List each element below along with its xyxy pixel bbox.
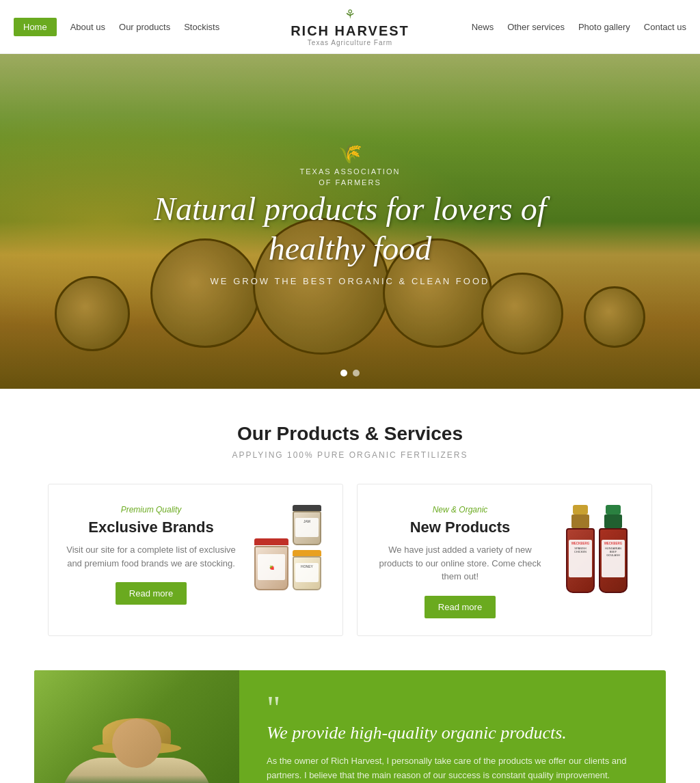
- hero-dot-1[interactable]: [340, 370, 347, 376]
- open-quote: ": [267, 694, 638, 722]
- hero-dot-2[interactable]: [353, 370, 360, 376]
- nav-other-services[interactable]: Other services: [507, 22, 565, 32]
- card1-read-more[interactable]: Read more: [116, 582, 187, 605]
- jar2-lid: [293, 505, 321, 511]
- bottle1-label: WECKBERG SPANISH CHICKEN: [569, 540, 592, 577]
- new-products-card: New & Organic New Products We have just …: [357, 484, 652, 636]
- bottle2-label: WECKBERG HUNGARIAN BEEF GOULASH: [602, 540, 625, 577]
- logo-tagline: Texas Agriculture Farm: [308, 39, 392, 46]
- logo-name: RICH HARVEST: [291, 23, 409, 39]
- hero-badge-line2: OF FARMERS: [111, 178, 589, 187]
- nav-links-right: News Other services Photo gallery Contac…: [472, 22, 686, 32]
- card1-content: Premium Quality Exclusive Brands Visit o…: [66, 505, 237, 605]
- navbar: Home About us Our products Stockists ⚘ R…: [0, 0, 700, 54]
- nav-links-left: Home About us Our products Stockists: [14, 18, 219, 36]
- card1-image: 🍓 JAM: [250, 505, 325, 590]
- card2-desc: We have just added a variety of new prod…: [375, 543, 546, 583]
- nav-contact[interactable]: Contact us: [644, 22, 686, 32]
- card1-badge: Premium Quality: [66, 505, 237, 514]
- bottle2-body: WECKBERG HUNGARIAN BEEF GOULASH: [599, 528, 628, 593]
- jar3-label: HONEY: [295, 563, 319, 582]
- card2-title: New Products: [375, 519, 546, 536]
- jar3-lid: [293, 550, 321, 556]
- quote-text: We provide high-quality organic products…: [267, 722, 638, 745]
- bottle1-neck: [571, 514, 589, 528]
- card1-desc: Visit our site for a complete list of ex…: [66, 543, 237, 570]
- products-grid: Premium Quality Exclusive Brands Visit o…: [14, 484, 686, 636]
- jar2-body: JAM: [293, 511, 321, 545]
- bottle2-neck: [604, 514, 622, 528]
- hero-section: 🌾 TEXAS ASSOCIATION OF FARMERS Natural p…: [0, 54, 700, 389]
- jar3-body: HONEY: [293, 556, 321, 590]
- hero-subtitle: WE GROW THE BEST ORGANIC & CLEAN FOOD: [111, 276, 589, 286]
- hero-title: Natural products for lovers of healthy f…: [111, 189, 589, 268]
- jar1-lid: [254, 538, 288, 545]
- jar1-body: 🍓: [254, 546, 288, 590]
- nav-about[interactable]: About us: [70, 22, 105, 32]
- section-subtitle: APPLYING 100% PURE ORGANIC FERTILIZERS: [14, 450, 686, 460]
- jar1-label: 🍓: [269, 565, 274, 570]
- quote-body: As the owner of Rich Harvest, I personal…: [267, 754, 638, 783]
- site-logo: ⚘ RICH HARVEST Texas Agriculture Farm: [291, 7, 409, 46]
- exclusive-brands-card: Premium Quality Exclusive Brands Visit o…: [48, 484, 343, 636]
- bottle1-body: WECKBERG SPANISH CHICKEN: [566, 528, 595, 593]
- products-section: Our Products & Services APPLYING 100% PU…: [0, 389, 700, 657]
- card2-image: WECKBERG SPANISH CHICKEN WECKBERG HUNGAR…: [559, 505, 634, 593]
- bottle2-cap: [606, 505, 621, 514]
- quote-section: 🥦🧅 " We provide high-quality organic pro…: [34, 670, 666, 784]
- hero-badge-icon: 🌾: [111, 142, 589, 165]
- nav-photo-gallery[interactable]: Photo gallery: [578, 22, 630, 32]
- card1-title: Exclusive Brands: [66, 519, 237, 536]
- hero-badge-line1: TEXAS ASSOCIATION: [111, 167, 589, 176]
- jar2-label: JAM: [295, 518, 319, 537]
- quote-image: 🥦🧅: [34, 670, 239, 784]
- quote-content: " We provide high-quality organic produc…: [239, 670, 666, 784]
- bottle1-cap: [573, 505, 588, 514]
- card2-badge: New & Organic: [375, 505, 546, 514]
- nav-home[interactable]: Home: [14, 18, 57, 36]
- logo-icon: ⚘: [345, 7, 355, 22]
- nav-products[interactable]: Our products: [119, 22, 170, 32]
- nav-stockists[interactable]: Stockists: [184, 22, 219, 32]
- person-container: 🥦🧅: [34, 670, 239, 784]
- nav-news[interactable]: News: [472, 22, 494, 32]
- section-title: Our Products & Services: [14, 423, 686, 445]
- card2-read-more[interactable]: Read more: [425, 596, 496, 618]
- card2-content: New & Organic New Products We have just …: [375, 505, 546, 618]
- hero-dots: [340, 370, 360, 376]
- hero-content: 🌾 TEXAS ASSOCIATION OF FARMERS Natural p…: [111, 142, 589, 286]
- person-head: [112, 719, 161, 768]
